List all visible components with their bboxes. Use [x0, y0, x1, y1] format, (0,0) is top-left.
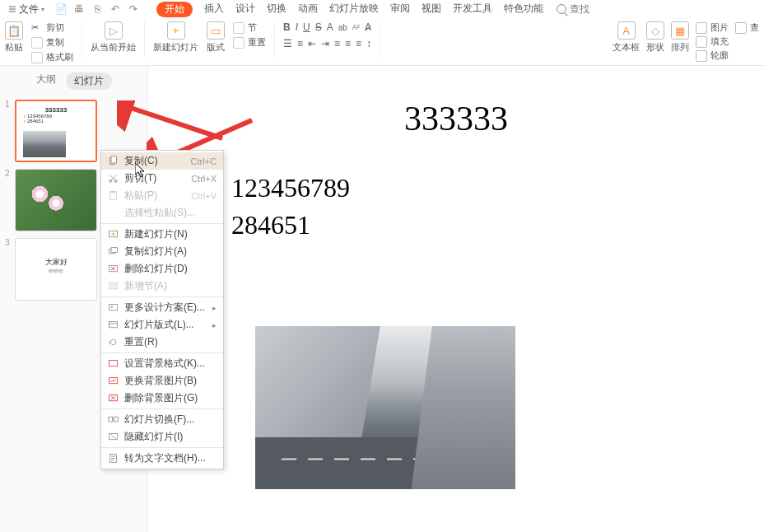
bg-image-icon — [106, 376, 119, 387]
layout-button[interactable]: ▭ 版式 — [207, 21, 225, 54]
design-icon — [106, 302, 119, 314]
bg-delete-icon — [106, 393, 119, 404]
slide-title[interactable]: 333333 — [168, 99, 744, 138]
paste-button[interactable]: 📋 粘贴 — [5, 21, 23, 54]
search-icon — [557, 4, 566, 14]
qa-icon[interactable]: ↶ — [109, 3, 122, 15]
reset-button[interactable]: 重置 — [233, 36, 266, 49]
context-menu: 复制(C) Ctrl+C 剪切(T) Ctrl+X 粘贴(P) Ctrl+V 选… — [100, 150, 224, 469]
format-painter-button[interactable]: 格式刷 — [31, 51, 73, 63]
slides-tab[interactable]: 幻灯片 — [66, 72, 112, 90]
highlight-button[interactable]: ab — [338, 23, 347, 32]
numbering-button[interactable]: ≡ — [297, 38, 303, 49]
delete-icon — [106, 264, 119, 275]
outline-button[interactable]: 轮廓 — [696, 49, 729, 62]
ctx-hide-slide[interactable]: 隐藏幻灯片(I) — [101, 428, 223, 446]
file-menu[interactable]: 文件 ▾ — [3, 2, 49, 16]
ctx-del-slide[interactable]: 删除幻灯片(D) — [101, 260, 223, 278]
bg-format-icon — [106, 358, 119, 370]
svg-rect-10 — [111, 248, 117, 253]
textbox-button[interactable]: A文本框 — [613, 21, 640, 62]
bullet-item[interactable]: 123456789 — [207, 173, 744, 203]
bold-button[interactable]: B — [283, 21, 291, 33]
reset-icon — [233, 37, 245, 49]
svg-rect-22 — [114, 417, 118, 422]
cut-button[interactable]: ✂剪切 — [31, 21, 73, 34]
thumb-image — [23, 131, 66, 157]
shape-button[interactable]: ◇形状 — [646, 21, 664, 62]
tab-feature[interactable]: 特色功能 — [504, 2, 543, 17]
reset-icon — [106, 337, 119, 348]
qa-icon[interactable]: ↷ — [127, 3, 140, 15]
slide-thumb-3[interactable]: 大家好 哈哈哈 — [15, 238, 97, 301]
slide-canvas[interactable]: 333333 123456789 284651 — [168, 79, 744, 524]
ctx-copy[interactable]: 复制(C) Ctrl+C — [101, 152, 223, 170]
qa-icon[interactable]: 🖶 — [72, 3, 86, 15]
shape-icon: ◇ — [646, 21, 664, 40]
ctx-bg-format[interactable]: 设置背景格式(K)... — [101, 355, 223, 372]
ctx-new-slide[interactable]: 新建幻灯片(N) — [101, 226, 223, 243]
search-box[interactable]: 查找 — [557, 2, 589, 16]
qa-icon[interactable]: 📄 — [54, 3, 68, 15]
ctx-remove-bg[interactable]: 删除背景图片(G) — [101, 390, 223, 407]
search-placeholder: 查找 — [570, 2, 589, 16]
ctx-transition[interactable]: 幻灯片切换(F)... — [101, 411, 223, 428]
find-button[interactable]: 查 — [735, 21, 759, 34]
ctx-dup-slide[interactable]: 复制幻灯片(A) — [101, 243, 223, 260]
indent-inc-button[interactable]: ⇥ — [321, 38, 329, 49]
chevron-right-icon: ▸ — [212, 321, 217, 329]
slide-thumb-1[interactable]: 333333 123456789 284651 — [15, 100, 97, 162]
tab-design[interactable]: 设计 — [235, 2, 255, 17]
tab-review[interactable]: 审阅 — [390, 2, 410, 17]
clear-format-button[interactable]: A̷ — [365, 21, 371, 33]
fill-button[interactable]: 填充 — [696, 35, 729, 48]
tab-transition[interactable]: 切换 — [267, 2, 286, 17]
align-left-button[interactable]: ≡ — [334, 38, 340, 49]
panel-tabs: 大纲 幻灯片 — [0, 66, 147, 96]
copy-button[interactable]: 复制 — [31, 36, 73, 49]
align-center-button[interactable]: ≡ — [345, 38, 351, 49]
slide-image[interactable] — [255, 326, 515, 489]
tab-home[interactable]: 开始 — [156, 2, 193, 17]
new-slide-icon — [106, 229, 119, 240]
section-button[interactable]: 节 — [233, 21, 266, 34]
font-color-button[interactable]: A — [327, 21, 333, 33]
ctx-change-bg[interactable]: 更换背景图片(B) — [101, 372, 223, 390]
slide-thumb-2[interactable] — [15, 169, 97, 231]
outline-tab[interactable]: 大纲 — [36, 72, 56, 90]
picture-icon — [696, 22, 707, 34]
ctx-to-word[interactable]: 转为文字文档(H)... — [101, 450, 223, 467]
bullet-item[interactable]: 284651 — [207, 210, 744, 240]
image-road — [255, 437, 515, 489]
ctx-cut[interactable]: 剪切(T) Ctrl+X — [101, 170, 223, 187]
tab-view[interactable]: 视图 — [422, 2, 441, 17]
ctx-more-design[interactable]: 更多设计方案(E)... ▸ — [101, 299, 223, 316]
align-right-button[interactable]: ≡ — [356, 38, 361, 49]
section-icon — [106, 281, 119, 292]
svg-rect-3 — [111, 156, 117, 163]
fill-icon — [696, 36, 707, 48]
hide-icon — [106, 432, 119, 443]
ctx-paste: 粘贴(P) Ctrl+V — [101, 187, 223, 204]
tab-dev[interactable]: 开发工具 — [453, 2, 492, 17]
underline-button[interactable]: U — [303, 21, 310, 33]
sup-button[interactable]: A² — [352, 23, 360, 31]
bullets-button[interactable]: ☰ — [283, 38, 292, 49]
indent-dec-button[interactable]: ⇤ — [308, 38, 316, 49]
thumb-number: 2 — [5, 169, 12, 231]
ctx-reset[interactable]: 重置(R) — [101, 334, 223, 351]
qa-icon[interactable]: ⎘ — [91, 3, 104, 15]
svg-rect-7 — [111, 191, 115, 193]
italic-button[interactable]: I — [296, 21, 298, 33]
bullet-list[interactable]: 123456789 284651 — [207, 173, 744, 240]
tab-insert[interactable]: 插入 — [204, 2, 224, 17]
arrange-button[interactable]: ▦排列 — [671, 21, 689, 62]
tab-animation[interactable]: 动画 — [298, 2, 318, 17]
from-begin-button[interactable]: ▷ 从当前开始 — [91, 21, 136, 54]
tab-slideshow[interactable]: 幻灯片放映 — [329, 2, 379, 17]
new-slide-button[interactable]: ＋ 新建幻灯片 — [153, 21, 198, 54]
strike-button[interactable]: S — [315, 21, 322, 33]
ctx-slide-layout[interactable]: 幻灯片版式(L)... ▸ — [101, 316, 223, 334]
line-spacing-button[interactable]: ↕ — [366, 38, 371, 49]
picture-button[interactable]: 图片 — [696, 21, 729, 34]
